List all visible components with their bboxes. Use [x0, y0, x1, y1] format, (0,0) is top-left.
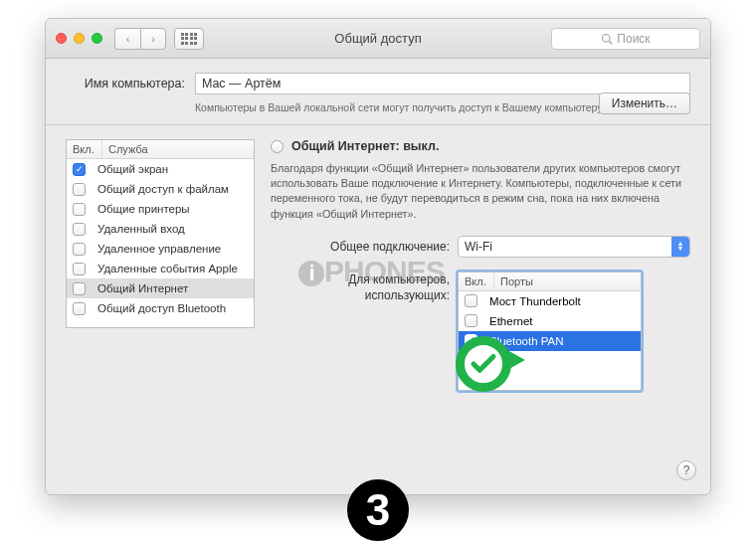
ports-col-enabled: Вкл.: [459, 272, 494, 290]
services-header: Вкл. Служба: [67, 140, 254, 159]
share-from-value: Wi-Fi: [465, 240, 492, 254]
list-item[interactable]: Общий доступ Bluetooth: [67, 298, 254, 318]
traffic-lights: [56, 33, 102, 44]
ports-header: Вкл. Порты: [459, 272, 641, 291]
edit-button[interactable]: Изменить…: [599, 92, 690, 114]
share-from-select[interactable]: Wi-Fi ▲▼: [458, 236, 690, 258]
minimize-icon[interactable]: [74, 33, 85, 44]
nav-back-forward: ‹ ›: [114, 28, 166, 50]
list-item[interactable]: Общие принтеры: [67, 199, 254, 219]
list-item[interactable]: ✓Общий экран: [67, 159, 254, 179]
chevron-updown-icon: ▲▼: [671, 237, 689, 257]
arrow-right-icon: [507, 350, 525, 370]
service-label: Удаленный вход: [97, 223, 185, 235]
share-to-label: Для компьютеров, использующих:: [271, 272, 450, 303]
step-number-badge: 3: [347, 479, 409, 541]
computer-name-input[interactable]: [195, 73, 690, 94]
back-button[interactable]: ‹: [114, 28, 140, 50]
search-icon: [601, 33, 613, 45]
preferences-window: ‹ › Общий доступ Поиск Имя компьютера: К…: [45, 18, 711, 495]
ports-col-port: Порты: [494, 272, 641, 290]
computer-name-label: Имя компьютера:: [66, 73, 185, 91]
service-label: Общий Интернет: [97, 282, 188, 294]
checkbox-icon[interactable]: [465, 314, 477, 327]
help-button[interactable]: ?: [676, 460, 696, 480]
service-label: Общий доступ к файлам: [97, 183, 229, 195]
checkbox-icon[interactable]: [73, 223, 86, 236]
svg-line-1: [610, 41, 613, 44]
search-input[interactable]: Поиск: [551, 28, 700, 50]
checkbox-icon[interactable]: [73, 183, 86, 196]
window-title: Общий доступ: [334, 31, 421, 46]
tutorial-highlight: [456, 336, 511, 392]
list-item[interactable]: Общий Интернет: [67, 278, 254, 298]
close-icon[interactable]: [56, 33, 67, 44]
col-service: Служба: [102, 140, 254, 158]
table-row[interactable]: Мост Thunderbolt: [459, 291, 641, 311]
zoom-icon[interactable]: [92, 33, 102, 44]
search-placeholder: Поиск: [617, 32, 650, 46]
service-label: Удаленное управление: [97, 243, 221, 255]
table-row[interactable]: Ethernet: [459, 311, 641, 331]
list-item[interactable]: Удаленное управление: [67, 239, 254, 259]
checkbox-icon[interactable]: ✓: [73, 163, 86, 176]
titlebar: ‹ › Общий доступ Поиск: [46, 19, 710, 59]
list-item[interactable]: Удаленные события Apple: [67, 259, 254, 278]
checkbox-icon[interactable]: [73, 243, 86, 256]
checkmark-badge-icon: [456, 336, 511, 392]
service-label: Общий экран: [97, 163, 168, 175]
main-content: Вкл. Служба ✓Общий экранОбщий доступ к ф…: [46, 125, 710, 404]
service-label: Удаленные события Apple: [97, 263, 238, 274]
list-item[interactable]: Удаленный вход: [67, 219, 254, 239]
checkbox-icon[interactable]: [73, 282, 86, 295]
port-label: Мост Thunderbolt: [489, 295, 581, 307]
sharing-description: Благодаря функции «Общий Интернет» польз…: [271, 161, 690, 221]
checkbox-icon[interactable]: [73, 203, 86, 216]
services-list[interactable]: Вкл. Служба ✓Общий экранОбщий доступ к ф…: [66, 139, 255, 328]
col-enabled: Вкл.: [67, 140, 102, 158]
checkbox-icon[interactable]: [465, 294, 477, 307]
share-from-label: Общее подключение:: [271, 240, 450, 254]
grid-icon: [181, 33, 198, 45]
status-radio-icon: [271, 140, 284, 153]
checkbox-icon[interactable]: [73, 302, 86, 315]
list-item[interactable]: Общий доступ к файлам: [67, 179, 254, 199]
show-all-button[interactable]: [174, 28, 204, 50]
service-label: Общий доступ Bluetooth: [97, 302, 226, 314]
svg-point-0: [603, 34, 611, 42]
forward-button[interactable]: ›: [140, 28, 166, 50]
sharing-status-title: Общий Интернет: выкл.: [291, 139, 439, 153]
checkbox-icon[interactable]: [73, 263, 86, 275]
service-label: Общие принтеры: [97, 203, 190, 215]
port-label: Ethernet: [489, 315, 532, 327]
